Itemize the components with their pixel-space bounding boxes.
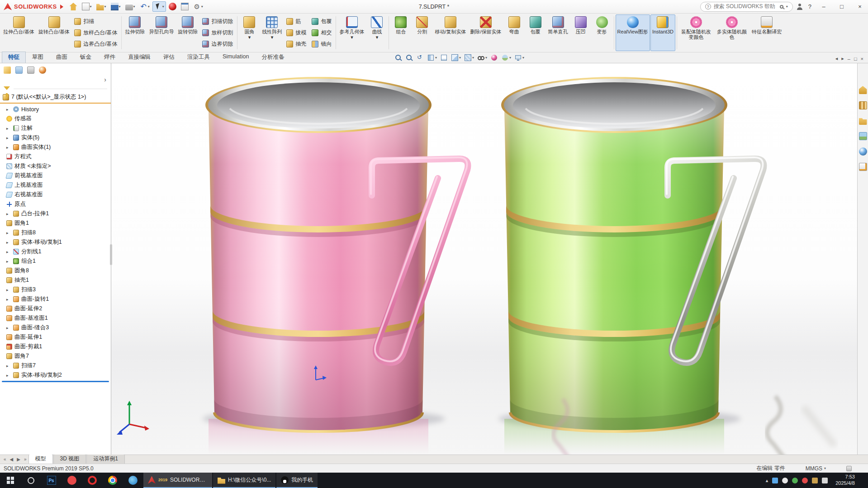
quick-access-button[interactable]: ▾ <box>123 1 137 12</box>
ribbon-button[interactable]: 扫描 <box>71 16 120 27</box>
ribbon-button[interactable]: 圆角 ▾ <box>239 14 260 51</box>
expand-arrow-icon[interactable]: ▸ <box>6 231 11 235</box>
mug-right[interactable] <box>498 77 764 454</box>
expand-arrow-icon[interactable]: ▸ <box>6 240 11 245</box>
status-custom-icon[interactable] <box>846 466 852 471</box>
ribbon-button[interactable]: Instant3D <box>650 14 675 51</box>
commandmanager-tab[interactable]: 曲面 <box>50 52 74 63</box>
ribbon-button[interactable]: 多实体随机颜色 <box>714 14 749 51</box>
quick-access-button[interactable] <box>167 1 178 12</box>
view-palette-icon[interactable] <box>859 132 867 140</box>
maximize-button[interactable]: □ <box>835 0 849 13</box>
tab-scroll-right-icon[interactable]: ▸ <box>841 56 844 62</box>
tree-item[interactable]: 原点 <box>0 199 111 209</box>
taskbar-pinned-app[interactable] <box>123 473 143 488</box>
tree-item[interactable]: 圆角8 <box>0 266 111 275</box>
tree-root-item[interactable]: 7 (默认<<默认>_显示状态 1>) <box>0 92 111 102</box>
tree-item[interactable]: ▸ 实体(5) <box>0 133 111 142</box>
ribbon-button[interactable]: 拔模 <box>284 27 309 38</box>
fm-config-icon[interactable] <box>27 66 34 74</box>
doc-restore-icon[interactable]: □ <box>854 56 857 62</box>
panel-expand-icon[interactable]: › <box>104 76 107 83</box>
ribbon-button[interactable]: 抽壳 <box>284 38 309 50</box>
quick-access-button[interactable] <box>68 1 79 12</box>
expand-arrow-icon[interactable]: ▸ <box>6 145 11 150</box>
ribbon-button[interactable]: 旋转切除 <box>176 14 199 51</box>
expand-arrow-icon[interactable]: ▸ <box>6 259 11 264</box>
tray-icon-4[interactable] <box>802 478 808 483</box>
rollback-bar[interactable] <box>2 381 109 382</box>
tree-item[interactable]: 圆角7 <box>0 351 111 361</box>
ribbon-button[interactable]: 异型孔向导 <box>147 14 175 51</box>
hud-button[interactable]: ▾ <box>513 53 525 62</box>
tree-item[interactable]: ▸ History <box>0 104 111 114</box>
taskbar-window-button[interactable]: 2019 SOLIDWORKS P... <box>143 473 212 488</box>
tree-item[interactable]: ▸ 扫描3 <box>0 285 111 294</box>
brand-expand-icon[interactable] <box>60 5 63 9</box>
ribbon-button[interactable]: 曲线 ▾ <box>366 14 387 51</box>
taskbar-window-button[interactable]: 我的手机 <box>276 473 318 488</box>
tree-item[interactable]: 曲面-基准面1 <box>0 313 111 323</box>
help-button[interactable]: ? <box>807 3 813 10</box>
taskbar-pinned-app[interactable] <box>82 473 102 488</box>
ribbon-button[interactable]: 拉伸切除 <box>123 14 147 51</box>
ribbon-button[interactable]: 装配体随机改变颜色 <box>678 14 714 51</box>
tree-item[interactable]: ▸ 分割线1 <box>0 247 111 256</box>
commandmanager-tab[interactable]: 钣金 <box>74 52 98 63</box>
hud-button[interactable]: ▾ <box>500 53 512 62</box>
commandmanager-tab[interactable]: 分析准备 <box>255 52 290 63</box>
ribbon-button[interactable]: 分割 <box>412 14 432 51</box>
commandmanager-tab[interactable]: Simulation <box>216 52 255 63</box>
close-button[interactable]: × <box>853 0 867 13</box>
tree-item[interactable]: ▸ 实体-移动/复制1 <box>0 237 111 247</box>
tree-item[interactable]: 圆角1 <box>0 218 111 228</box>
search-box[interactable]: 搜索 SOLIDWORKS 帮助 ▾ <box>700 2 793 12</box>
model-view[interactable] <box>111 63 857 455</box>
view-tab[interactable]: 模型 <box>28 454 53 464</box>
doc-minimize-icon[interactable]: – <box>848 56 850 62</box>
ribbon-button[interactable]: 镜向 <box>309 38 334 50</box>
tray-icon-3[interactable] <box>792 478 798 483</box>
tray-icon-6[interactable] <box>822 478 828 483</box>
taskbar-clock[interactable]: 7:53 2025/4/8 <box>832 474 859 487</box>
ribbon-button[interactable]: 组合 <box>390 14 411 51</box>
hud-button[interactable] <box>394 53 403 62</box>
quick-access-button[interactable]: ▾ <box>152 1 166 12</box>
expand-arrow-icon[interactable]: ▸ <box>6 364 11 368</box>
ribbon-button[interactable]: 简单直孔 <box>546 14 570 51</box>
ribbon-button[interactable]: 放样切割 <box>199 27 236 38</box>
taskbar-pinned-app[interactable] <box>62 473 82 488</box>
tray-expand-icon[interactable]: ▴ <box>766 478 768 483</box>
tree-item[interactable]: ▸ 扫描7 <box>0 361 111 370</box>
hud-button[interactable]: ▾ <box>463 53 475 62</box>
expand-arrow-icon[interactable]: ▸ <box>6 126 11 131</box>
tree-item[interactable]: 上视基准面 <box>0 180 111 190</box>
expand-arrow-icon[interactable]: ▸ <box>6 107 11 112</box>
expand-arrow-icon[interactable]: ▸ <box>6 250 11 254</box>
hud-button[interactable] <box>415 53 425 62</box>
tree-item[interactable]: ▸ 曲面实体(1) <box>0 142 111 152</box>
tray-icon-1[interactable] <box>772 478 778 483</box>
ribbon-button[interactable]: RealView图形 <box>616 14 650 51</box>
viewtab-nav-icon[interactable]: ▶ <box>15 457 22 462</box>
graphics-area[interactable] <box>111 63 857 455</box>
quick-access-button[interactable]: ▾ <box>80 1 94 12</box>
tree-item[interactable]: ▸ 实体-移动/复制2 <box>0 370 111 380</box>
expand-arrow-icon[interactable]: ▸ <box>6 212 11 216</box>
ribbon-button[interactable]: 移动/复制实体 <box>433 14 468 51</box>
ribbon-button[interactable]: 压凹 <box>570 14 591 51</box>
tree-item[interactable]: 材质 <未指定> <box>0 161 111 171</box>
ribbon-button[interactable]: 筋 <box>284 16 309 27</box>
ribbon-button[interactable]: 包覆 <box>309 16 334 27</box>
hud-button[interactable] <box>489 53 499 62</box>
hud-button[interactable]: ▾ <box>450 53 462 62</box>
commandmanager-tab[interactable]: 焊件 <box>98 52 122 63</box>
viewtab-nav-icon[interactable]: ◀ <box>8 457 15 462</box>
fm-display-icon[interactable] <box>39 66 46 74</box>
custom-props-icon[interactable] <box>859 163 867 171</box>
filter-input[interactable] <box>14 87 107 89</box>
tree-item[interactable]: 右视基准面 <box>0 190 111 199</box>
ribbon-button[interactable]: 线性阵列 ▾ <box>260 14 284 51</box>
tree-item[interactable]: ▸ 扫描8 <box>0 228 111 237</box>
expand-arrow-icon[interactable]: ▸ <box>6 297 11 302</box>
